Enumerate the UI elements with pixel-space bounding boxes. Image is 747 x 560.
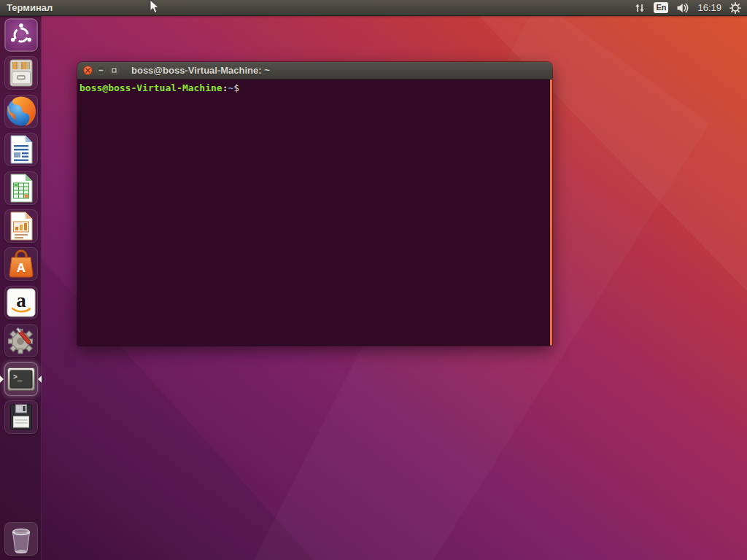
desktop: Терминал En 16:19 xyxy=(0,0,747,560)
panel-tray: En 16:19 xyxy=(634,2,747,14)
trash-icon xyxy=(4,522,38,556)
system-settings-icon xyxy=(4,324,38,357)
text-input-arrows-icon[interactable] xyxy=(634,2,646,14)
launcher-item-system-settings[interactable] xyxy=(4,324,38,357)
terminal-body[interactable]: boss@boss-Virtual-Machine:~$ xyxy=(77,79,552,346)
launcher-item-ubuntu-software[interactable]: A xyxy=(4,247,38,281)
terminal-titlebar[interactable]: boss@boss-Virtual-Machine: ~ xyxy=(77,62,552,79)
launcher-item-trash[interactable] xyxy=(4,522,38,556)
floppy-disk-icon xyxy=(4,400,38,434)
close-button[interactable] xyxy=(83,66,93,75)
panel-app-title[interactable]: Терминал xyxy=(0,2,53,13)
terminal-window-title: boss@boss-Virtual-Machine: ~ xyxy=(131,65,270,76)
launcher-item-libreoffice-impress[interactable] xyxy=(4,209,38,243)
terminal-prompt-glyph: >_ xyxy=(13,373,23,381)
files-icon xyxy=(4,56,38,90)
launcher-item-libreoffice-calc[interactable] xyxy=(4,171,38,205)
terminal-prompt: boss@boss-Virtual-Machine:~$ xyxy=(80,82,239,93)
terminal-icon: >_ xyxy=(4,362,38,396)
launcher-item-terminal[interactable]: >_ xyxy=(4,362,38,396)
prompt-symbol: $ xyxy=(233,82,239,93)
libreoffice-impress-icon xyxy=(4,209,38,243)
launcher-item-floppy[interactable] xyxy=(4,400,38,434)
libreoffice-writer-icon xyxy=(4,133,38,166)
terminal-scrollbar[interactable] xyxy=(550,79,552,346)
software-letter: A xyxy=(16,261,25,275)
top-panel: Терминал En 16:19 xyxy=(0,0,747,16)
terminal-focused-indicator-arrow xyxy=(38,376,42,383)
clock[interactable]: 16:19 xyxy=(697,2,721,13)
firefox-icon xyxy=(4,95,38,128)
ubuntu-dash-icon xyxy=(4,18,38,52)
launcher: A a xyxy=(0,16,42,560)
launcher-item-dash[interactable] xyxy=(4,18,38,52)
keyboard-layout-badge[interactable]: En xyxy=(654,2,668,13)
launcher-item-libreoffice-writer[interactable] xyxy=(4,133,38,166)
ubuntu-software-icon: A xyxy=(4,247,38,281)
minimize-button[interactable] xyxy=(96,66,106,75)
volume-icon[interactable] xyxy=(676,2,689,14)
prompt-user-host: boss@boss-Virtual-Machine xyxy=(80,82,222,93)
launcher-item-amazon[interactable]: a xyxy=(4,286,38,319)
launcher-item-firefox[interactable] xyxy=(4,95,38,128)
session-gear-icon[interactable] xyxy=(729,2,741,14)
prompt-separator: : xyxy=(222,82,228,93)
maximize-button[interactable] xyxy=(109,66,119,75)
launcher-item-files[interactable] xyxy=(4,56,38,90)
terminal-window: boss@boss-Virtual-Machine: ~ boss@boss-V… xyxy=(77,62,552,346)
terminal-running-indicator-arrow xyxy=(0,376,4,383)
libreoffice-calc-icon xyxy=(4,171,38,205)
amazon-icon: a xyxy=(4,286,38,319)
amazon-letter: a xyxy=(16,289,26,311)
